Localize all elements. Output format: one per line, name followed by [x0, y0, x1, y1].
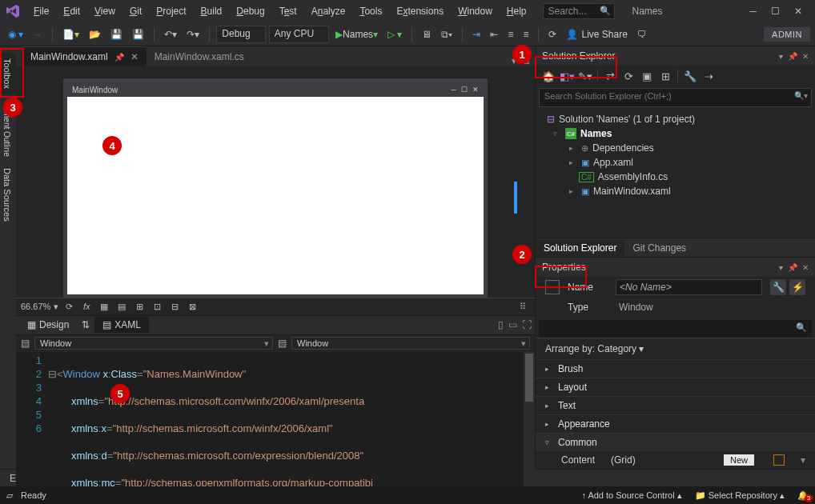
solution-tree[interactable]: ⊟Solution 'Names' (1 of 1 project) ▿C#Na…	[536, 109, 815, 238]
menu-test[interactable]: Test	[273, 2, 303, 20]
arrange-by[interactable]: Arrange by: Category ▾	[536, 338, 815, 359]
liveshare-button[interactable]: 👤 Live Share	[563, 26, 630, 43]
tb-icon-2[interactable]: ⧉▾	[438, 26, 456, 43]
dependencies-node[interactable]: ▸⊕Dependencies	[536, 141, 815, 155]
solution-node[interactable]: ⊟Solution 'Names' (1 of 1 project)	[536, 112, 815, 126]
refresh-icon[interactable]: ⟳	[62, 302, 76, 312]
data-sources-tab[interactable]: Data Sources	[0, 162, 16, 227]
xaml-tab[interactable]: ▤ XAML	[94, 317, 149, 333]
git-changes-tab[interactable]: Git Changes	[624, 239, 694, 257]
cat-text[interactable]: ▸Text	[536, 396, 815, 414]
bc-right-combo[interactable]: Window	[291, 337, 530, 350]
code-editor[interactable]: 123 456 ⊟<Window x:Class="Names.MainWind…	[16, 352, 535, 505]
menu-window[interactable]: Window	[452, 2, 499, 20]
pane-close-icon[interactable]: ✕	[802, 263, 809, 272]
grid1-icon[interactable]: ▦	[97, 302, 111, 312]
split-h-icon[interactable]: ▭	[508, 319, 517, 330]
open-button[interactable]: 📂	[86, 26, 104, 43]
cat-layout[interactable]: ▸Layout	[536, 378, 815, 396]
minimize-icon[interactable]: ─	[749, 6, 757, 17]
events-icon[interactable]: ⚡	[789, 279, 805, 295]
appxaml-node[interactable]: ▸▣App.xaml	[536, 155, 815, 170]
tb-icon-1[interactable]: 🖥	[419, 26, 435, 43]
se-wrench-icon[interactable]: 🔧	[684, 70, 697, 82]
fx-icon[interactable]: fx	[79, 302, 94, 311]
se-preview-icon[interactable]: ⇢	[702, 70, 715, 82]
cat-appearance[interactable]: ▸Appearance	[536, 414, 815, 433]
nav-fwd-button[interactable]: →	[30, 26, 46, 43]
snap3-icon[interactable]: ⊟	[167, 302, 182, 312]
close-icon[interactable]: ✕	[794, 6, 802, 17]
grid2-icon[interactable]: ▤	[114, 302, 129, 312]
code-text[interactable]: ⊟<Window x:Class="Names.MainWindow" xmln…	[48, 352, 535, 505]
start-nodebug-button[interactable]: ▷ ▾	[384, 26, 405, 43]
mainwindowxaml-node[interactable]: ▸▣MainWindow.xaml	[536, 184, 815, 198]
redo-button[interactable]: ↷▾	[183, 26, 203, 43]
menu-help[interactable]: Help	[500, 2, 533, 20]
maximize-icon[interactable]: ☐	[771, 6, 780, 17]
menu-view[interactable]: View	[88, 2, 122, 20]
wrench-icon[interactable]: 🔧	[770, 279, 786, 295]
menu-debug[interactable]: Debug	[230, 2, 271, 20]
binding-marker-icon[interactable]	[773, 454, 785, 466]
repo-button[interactable]: 📁 Select Repository ▴	[695, 490, 785, 501]
design-tab[interactable]: ▦ Design	[19, 317, 77, 333]
menu-edit[interactable]: Edit	[57, 2, 86, 20]
quick-search-input[interactable]: Search...	[543, 3, 615, 19]
snap1-icon[interactable]: ⊞	[132, 302, 147, 312]
menu-extensions[interactable]: Extensions	[390, 2, 450, 20]
cat-common[interactable]: ▿Common	[536, 433, 815, 451]
assemblyinfo-node[interactable]: C#AssemblyInfo.cs	[536, 170, 815, 184]
zoom-dd[interactable]: ▾	[54, 302, 58, 312]
properties-search-input[interactable]	[539, 320, 812, 338]
notifications-icon[interactable]: 🔔	[797, 490, 809, 501]
start-debug-button[interactable]: ▶ Names ▾	[332, 26, 381, 43]
undo-button[interactable]: ↶▾	[161, 26, 180, 43]
project-node[interactable]: ▿C#Names	[536, 126, 815, 141]
tb-misc-icon[interactable]: ⟳	[545, 26, 560, 43]
tb-uncomment-icon[interactable]: ≡	[520, 26, 532, 43]
se-collapse-icon[interactable]: ▣	[640, 70, 653, 82]
menu-tools[interactable]: Tools	[353, 2, 388, 20]
pane-close-icon[interactable]: ✕	[802, 52, 809, 61]
se-showall-icon[interactable]: ⊞	[659, 70, 672, 82]
feedback-icon[interactable]: 🗨	[634, 26, 650, 43]
pane-pin-icon[interactable]: 📌	[788, 263, 797, 272]
menu-analyze[interactable]: Analyze	[305, 2, 352, 20]
platform-combo[interactable]: Any CPU	[269, 26, 329, 43]
save-button[interactable]: 💾	[107, 26, 126, 43]
solution-explorer-tab[interactable]: Solution Explorer	[536, 239, 624, 257]
source-control-button[interactable]: ↑ Add to Source Control ▴	[581, 490, 681, 501]
tab-mainwindow-cs[interactable]: MainWindow.xaml.cs	[147, 47, 252, 66]
snap4-icon[interactable]: ⊠	[185, 302, 199, 312]
tb-outdent-icon[interactable]: ⇤	[487, 26, 501, 43]
nav-back-button[interactable]: ◉ ▾	[5, 26, 26, 43]
pin-icon[interactable]: 📌	[114, 53, 124, 62]
cat-brush[interactable]: ▸Brush	[536, 359, 815, 378]
pane-dd-icon[interactable]: ▾	[779, 52, 783, 61]
expand-icon[interactable]: ⛶	[522, 319, 532, 330]
solution-search-input[interactable]: Search Solution Explorer (Ctrl+;)	[539, 88, 812, 107]
zoom-value[interactable]: 66.67%	[21, 302, 50, 311]
menu-file[interactable]: File	[27, 2, 55, 20]
tab-mainwindow-xaml[interactable]: MainWindow.xaml 📌 ✕	[22, 46, 147, 66]
preview-window[interactable]: MainWindow ─☐✕	[63, 78, 488, 298]
tb-comment-icon[interactable]: ≡	[504, 26, 516, 43]
pane-dd-icon[interactable]: ▾	[779, 263, 783, 272]
bc-left-combo[interactable]: Window	[34, 337, 273, 350]
design-canvas[interactable]: MainWindow ─☐✕	[16, 66, 535, 298]
menu-project[interactable]: Project	[150, 2, 192, 20]
save-all-button[interactable]: 💾	[129, 26, 147, 43]
code-scrollbar[interactable]	[524, 352, 535, 505]
tab-close-icon[interactable]: ✕	[130, 51, 139, 62]
se-refresh-icon[interactable]: ⟳	[622, 70, 635, 82]
new-item-button[interactable]: 📄▾	[59, 26, 82, 43]
config-combo[interactable]: Debug	[216, 26, 265, 43]
pane-pin-icon[interactable]: 📌	[788, 52, 797, 61]
swap-panes-icon[interactable]: ⇅	[82, 319, 90, 330]
tb-indent-icon[interactable]: ⇥	[469, 26, 484, 43]
drag-handle-icon[interactable]: ⠿	[516, 302, 530, 312]
new-button[interactable]: New	[724, 454, 754, 466]
snap2-icon[interactable]: ⊡	[150, 302, 164, 312]
menu-git[interactable]: Git	[123, 2, 148, 20]
